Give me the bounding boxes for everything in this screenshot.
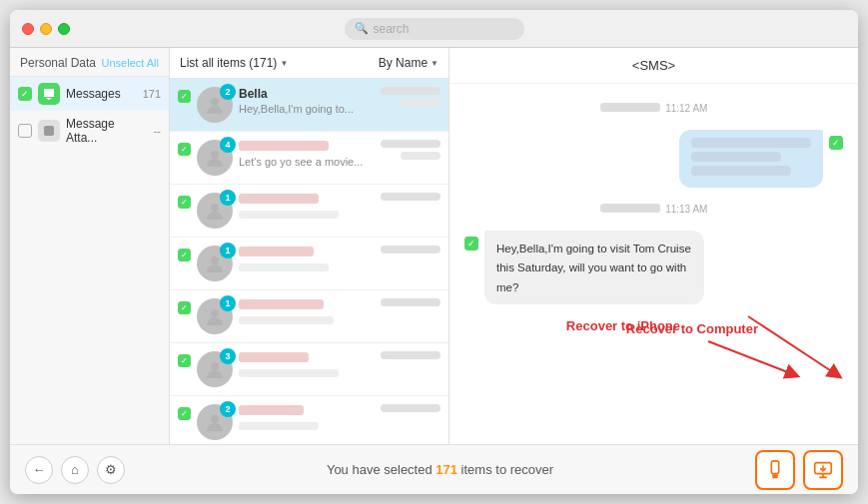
message-list: List all items (171) ▼ By Name ▼	[170, 48, 449, 444]
traffic-lights	[22, 23, 70, 35]
messages-count: 171	[143, 88, 161, 100]
item-checkbox[interactable]	[178, 143, 191, 156]
list-item[interactable]: 2	[170, 396, 448, 444]
maximize-button[interactable]	[58, 23, 70, 35]
recover-iphone-button[interactable]	[755, 450, 795, 490]
home-icon: ⌂	[71, 462, 79, 477]
message-extra	[401, 152, 440, 160]
sidebar-item-messages[interactable]: Messages 171	[10, 77, 169, 111]
status-suffix: items to recover	[457, 462, 553, 477]
sidebar-item-attachments[interactable]: Message Atta... --	[10, 111, 169, 151]
message-meta	[381, 351, 440, 359]
status-prefix: You have selected	[327, 462, 435, 477]
list-item[interactable]: 1	[170, 185, 448, 238]
messages-icon	[38, 83, 60, 105]
unread-badge: 1	[220, 243, 236, 258]
message-preview: Let's go yo see a movie...	[239, 156, 375, 168]
contact-name	[239, 404, 375, 418]
bottom-bar: ← ⌂ ⚙ You have selected 171 items to rec…	[10, 444, 858, 494]
settings-button[interactable]: ⚙	[97, 456, 125, 484]
message-preview: Hey,Bella,I'm going to...	[239, 103, 375, 115]
recover-iphone-icon	[764, 459, 786, 481]
unread-badge: 1	[220, 190, 236, 206]
svg-rect-0	[44, 126, 54, 136]
message-preview	[239, 209, 375, 221]
contact-name	[239, 140, 375, 154]
messages-checkbox[interactable]	[18, 87, 32, 101]
unread-badge: 2	[220, 401, 236, 417]
list-item[interactable]: 1	[170, 290, 448, 343]
message-content	[239, 298, 375, 326]
chat-message-right	[464, 130, 843, 188]
close-button[interactable]	[22, 23, 34, 35]
search-icon: 🔍	[355, 22, 369, 35]
chat-view: <SMS> 11:12 AM	[449, 48, 858, 444]
message-preview	[239, 261, 375, 273]
unread-badge: 4	[220, 137, 236, 153]
chat-message-checkbox[interactable]	[464, 237, 478, 251]
message-meta	[381, 404, 440, 412]
chat-messages: 11:12 AM 11:13 AM	[449, 84, 858, 444]
attachments-checkbox[interactable]	[18, 124, 32, 138]
sort-button[interactable]: By Name ▼	[379, 56, 438, 70]
recover-computer-button[interactable]	[803, 450, 843, 490]
svg-point-7	[211, 415, 219, 423]
item-checkbox[interactable]	[178, 249, 191, 261]
message-content: Bella Hey,Bella,I'm going to...	[239, 87, 375, 115]
list-item[interactable]: 3	[170, 343, 448, 396]
unread-badge: 3	[220, 348, 236, 364]
chat-timestamp: 11:13 AM	[464, 204, 843, 215]
attachments-label: Message Atta...	[66, 117, 148, 145]
contact-name	[239, 298, 375, 312]
search-bar[interactable]: 🔍 search	[345, 18, 524, 40]
list-all-button[interactable]: List all items (171) ▼	[180, 56, 288, 70]
svg-point-4	[211, 256, 219, 264]
list-item[interactable]: 4 Let's go yo see a movie...	[170, 132, 448, 185]
message-meta	[381, 246, 440, 253]
svg-point-1	[211, 98, 219, 106]
list-item[interactable]: 1	[170, 238, 448, 290]
item-checkbox[interactable]	[178, 301, 191, 314]
home-button[interactable]: ⌂	[61, 456, 89, 484]
unselect-all-button[interactable]: Unselect All	[102, 57, 159, 69]
chat-message-checkbox[interactable]	[829, 136, 843, 150]
svg-rect-9	[771, 460, 778, 473]
unread-badge: 1	[220, 295, 236, 311]
message-preview	[239, 314, 375, 326]
avatar-wrap: 1	[197, 246, 233, 281]
message-content	[239, 193, 375, 221]
message-content	[239, 404, 375, 432]
avatar-wrap: 4	[197, 140, 233, 176]
message-extra	[401, 99, 440, 107]
attachments-count: --	[154, 125, 161, 137]
item-checkbox[interactable]	[178, 354, 191, 367]
chat-bubble: Hey,Bella,I'm going to visit Tom Cruise …	[484, 231, 704, 304]
back-button[interactable]: ←	[25, 456, 53, 484]
item-checkbox[interactable]	[178, 90, 191, 103]
back-icon: ←	[33, 462, 46, 477]
svg-point-3	[211, 204, 219, 212]
chat-bubble	[679, 130, 823, 188]
main-content: Personal Data Unselect All Messages 171	[10, 48, 858, 444]
sidebar-items: Messages 171 Message Atta... --	[10, 77, 169, 444]
minimize-button[interactable]	[40, 23, 52, 35]
avatar-wrap: 3	[197, 351, 233, 387]
list-item[interactable]: 2 Bella Hey,Bella,I'm going to...	[170, 79, 448, 132]
item-checkbox[interactable]	[178, 407, 191, 420]
sidebar: Personal Data Unselect All Messages 171	[10, 48, 170, 444]
message-content	[239, 246, 375, 273]
message-items: 2 Bella Hey,Bella,I'm going to...	[170, 79, 448, 444]
sidebar-header: Personal Data Unselect All	[10, 48, 169, 77]
item-checkbox[interactable]	[178, 196, 191, 209]
svg-point-6	[211, 362, 219, 370]
main-window: 🔍 search Personal Data Unselect All	[10, 10, 858, 494]
chat-timestamp: 11:12 AM	[464, 103, 843, 114]
status-text: You have selected 171 items to recover	[327, 462, 553, 477]
sort-chevron: ▼	[431, 59, 438, 68]
message-preview	[239, 367, 375, 379]
message-meta	[381, 140, 440, 160]
chat-bubble-text: Hey,Bella,I'm going to visit Tom Cruise …	[496, 243, 691, 293]
message-time	[381, 87, 440, 95]
message-meta	[381, 193, 440, 201]
attachment-icon	[38, 120, 60, 142]
